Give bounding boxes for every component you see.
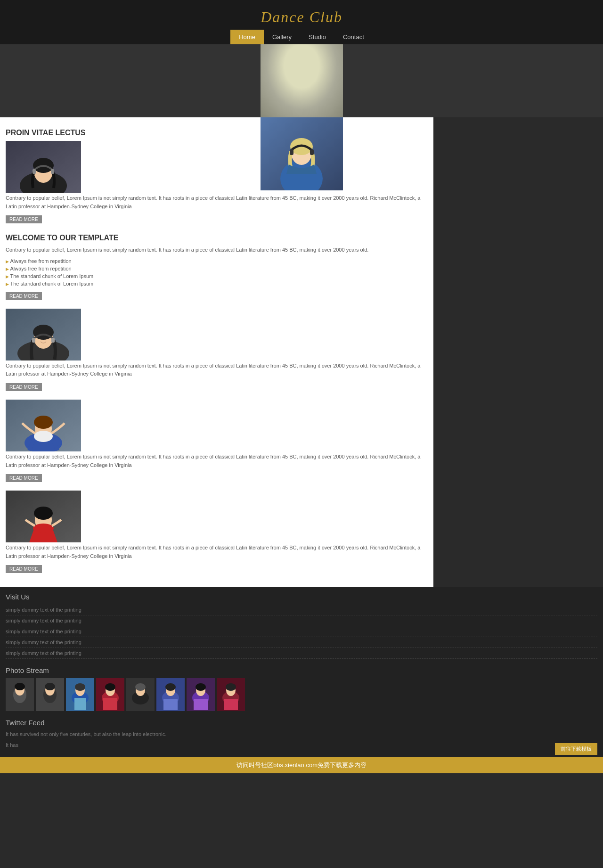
visit-item-5[interactable]: simply dummy text of the printing (6, 648, 597, 659)
article-welcome: WELCOME TO OUR TEMPLATE Contrary to popu… (6, 234, 428, 305)
photo-stream-title: Photo Stream (6, 666, 597, 674)
proin-text: Contrary to popular belief, Lorem Ipsum … (6, 194, 428, 211)
article-2: Contrary to popular belief, Lorem Ipsum … (6, 309, 428, 396)
visit-us-title: Visit Us (6, 593, 597, 601)
article-2-text: Contrary to popular belief, Lorem Ipsum … (6, 362, 428, 378)
svg-point-43 (75, 683, 85, 691)
footer: Visit Us simply dummy text of the printi… (0, 587, 603, 757)
proin-image (6, 141, 428, 194)
svg-rect-13 (51, 169, 54, 174)
visit-item-4[interactable]: simply dummy text of the printing (6, 637, 597, 648)
bullet-item-4: The standard chunk of Lorem Ipsum (6, 280, 428, 287)
tweet-2: It has (6, 741, 597, 749)
bullet-item-3: The standard chunk of Lorem Ipsum (6, 272, 428, 280)
svg-point-26 (34, 431, 53, 442)
watermark-bar: 访问叫号社区bbs.xienlao.com免费下载更多内容 (0, 757, 603, 773)
svg-point-47 (105, 683, 115, 691)
visit-item-3[interactable]: simply dummy text of the printing (6, 626, 597, 637)
svg-point-51 (135, 683, 146, 691)
site-title: Dance Club (0, 5, 603, 30)
article-proin: PROIN VITAE LECTUS (6, 129, 428, 228)
article-4-read-more[interactable]: READ MORE (6, 565, 42, 573)
photo-thumb-6[interactable] (156, 678, 185, 711)
svg-point-31 (33, 524, 54, 533)
bullet-item-2: Always free from repetition (6, 265, 428, 272)
svg-point-39 (45, 683, 55, 690)
visit-item-2[interactable]: simply dummy text of the printing (6, 615, 597, 626)
twitter-feed-section: Twitter Feed It has survived not only fi… (6, 719, 597, 749)
article-4-image (6, 491, 428, 544)
visit-us-list: simply dummy text of the printing simply… (6, 605, 597, 659)
proin-title: PROIN VITAE LECTUS (6, 129, 428, 137)
proin-read-more[interactable]: READ MORE (6, 215, 42, 223)
article-3-read-more[interactable]: READ MORE (6, 474, 42, 482)
welcome-title: WELCOME TO OUR TEMPLATE (6, 234, 428, 242)
photo-thumb-5[interactable] (126, 678, 155, 711)
svg-rect-19 (32, 338, 35, 343)
photo-thumb-4[interactable] (96, 678, 124, 711)
article-2-image (6, 309, 428, 362)
article-4-text: Contrary to popular belief, Lorem Ipsum … (6, 544, 428, 560)
watermark-text: 访问叫号社区bbs.xienlao.com免费下载更多内容 (236, 762, 367, 769)
photo-stream-section: Photo Stream (6, 666, 597, 711)
bullet-item-1: Always free from repetition (6, 257, 428, 265)
photo-thumb-8[interactable] (217, 678, 245, 711)
svg-point-55 (165, 683, 176, 691)
svg-rect-12 (33, 169, 36, 174)
nav-item-studio[interactable]: Studio (300, 30, 334, 44)
article-3-image (6, 400, 428, 453)
svg-point-35 (15, 683, 25, 690)
photo-thumb-7[interactable] (187, 678, 215, 711)
hero-image (261, 44, 343, 117)
svg-rect-20 (51, 338, 55, 343)
article-3: Contrary to popular belief, Lorem Ipsum … (6, 400, 428, 487)
twitter-feed-title: Twitter Feed (6, 719, 597, 727)
hero-section (0, 44, 603, 117)
photo-thumb-1[interactable] (6, 678, 34, 711)
article-2-read-more[interactable]: READ MORE (6, 383, 42, 391)
article-3-text: Contrary to popular belief, Lorem Ipsum … (6, 453, 428, 469)
svg-point-30 (34, 507, 53, 520)
photo-thumb-3[interactable] (66, 678, 94, 711)
visit-us-section: Visit Us simply dummy text of the printi… (6, 593, 597, 659)
svg-rect-6 (310, 149, 314, 155)
nav-item-gallery[interactable]: Gallery (264, 30, 300, 44)
nav-item-home[interactable]: Home (230, 30, 264, 44)
download-button[interactable]: 前往下载模板 (555, 743, 597, 755)
welcome-text: Contrary to popular belief, Lorem Ipsum … (6, 246, 428, 254)
article-4: Contrary to popular belief, Lorem Ipsum … (6, 491, 428, 578)
welcome-read-more[interactable]: READ MORE (6, 292, 42, 300)
tweet-1: It has survived not only five centuries,… (6, 730, 597, 738)
welcome-bullet-list: Always free from repetition Always free … (6, 257, 428, 287)
visit-item-1[interactable]: simply dummy text of the printing (6, 605, 597, 615)
photo-thumb-2[interactable] (36, 678, 64, 711)
main-nav: Home Gallery Studio Contact (0, 30, 603, 44)
nav-item-contact[interactable]: Contact (334, 30, 373, 44)
svg-point-59 (196, 683, 206, 691)
svg-point-63 (226, 683, 236, 691)
site-header: Dance Club Home Gallery Studio Contact (0, 0, 603, 44)
main-content: PROIN VITAE LECTUS (0, 117, 433, 587)
svg-point-24 (34, 416, 53, 429)
svg-rect-5 (290, 149, 293, 155)
photo-stream-row (6, 678, 597, 711)
